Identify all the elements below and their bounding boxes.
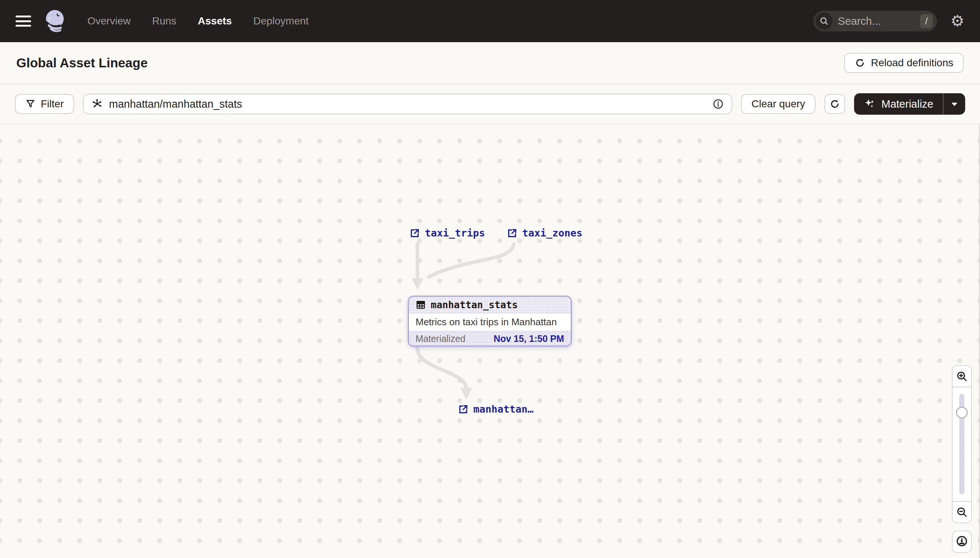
page-header: Global Asset Lineage Reload definitions (0, 42, 980, 84)
materialization-timestamp[interactable]: Nov 15, 1:50 PM (494, 333, 564, 344)
download-circle-icon (955, 535, 968, 548)
materialize-dropdown-button[interactable] (944, 93, 965, 115)
filter-button[interactable]: Filter (15, 94, 74, 114)
search-input[interactable] (838, 15, 920, 27)
nav-item-assets[interactable]: Assets (198, 15, 232, 27)
reload-definitions-label: Reload definitions (871, 57, 953, 69)
clear-query-button[interactable]: Clear query (741, 94, 815, 114)
asset-node-taxi-trips[interactable]: taxi_trips (409, 227, 485, 239)
asset-card-footer: Materialized Nov 15, 1:50 PM (409, 331, 571, 346)
lineage-canvas[interactable]: taxi_trips taxi_zones manhattan_stats Me… (0, 125, 980, 558)
nav-item-runs[interactable]: Runs (152, 15, 176, 27)
asset-card-description: Metrics on taxi trips in Manhattan (409, 313, 571, 331)
external-link-icon (409, 228, 420, 239)
filter-label: Filter (41, 98, 64, 110)
zoom-slider-thumb[interactable] (956, 407, 968, 419)
refresh-icon (829, 98, 840, 110)
page-title: Global Asset Lineage (16, 56, 148, 70)
filter-funnel-icon (25, 99, 36, 109)
op-selector-icon (91, 98, 103, 110)
reload-definitions-button[interactable]: Reload definitions (844, 53, 964, 73)
zoom-slider[interactable] (953, 387, 971, 501)
materialize-button[interactable]: Materialize (854, 93, 943, 115)
lineage-toolbar: Filter Clear query (0, 84, 980, 124)
asset-node-label: taxi_zones (522, 227, 583, 239)
caret-down-icon (950, 100, 959, 108)
sparkles-icon (864, 98, 876, 110)
table-icon (415, 300, 426, 310)
external-link-icon (458, 404, 469, 415)
zoom-in-icon (956, 370, 968, 382)
zoom-in-button[interactable] (953, 366, 971, 387)
dagster-logo-icon[interactable] (44, 9, 67, 33)
topbar: Overview Runs Assets Deployment / ⚙ (0, 0, 980, 42)
asset-card-header: manhattan_stats (409, 297, 571, 313)
materialize-split-button: Materialize (854, 93, 965, 115)
asset-selection-input[interactable] (109, 98, 706, 110)
asset-node-label: taxi_trips (425, 227, 485, 239)
info-icon[interactable] (712, 98, 724, 110)
primary-nav: Overview Runs Assets Deployment (87, 15, 308, 27)
external-link-icon (507, 228, 518, 239)
asset-node-label: manhattan… (473, 403, 534, 415)
zoom-out-button[interactable] (953, 501, 971, 522)
zoom-controls (952, 365, 972, 523)
materialize-label: Materialize (881, 98, 933, 110)
clear-query-label: Clear query (751, 98, 805, 110)
zoom-out-icon (956, 506, 968, 518)
download-view-button[interactable] (952, 531, 972, 553)
gear-icon[interactable]: ⚙ (950, 13, 964, 29)
global-search[interactable]: / (813, 11, 937, 31)
hamburger-menu-icon[interactable] (16, 16, 31, 27)
asset-selection-input-box[interactable] (83, 94, 732, 114)
asset-node-taxi-zones[interactable]: taxi_zones (507, 227, 583, 239)
asset-card-title: manhattan_stats (431, 299, 518, 310)
reload-icon (855, 57, 866, 69)
nav-item-overview[interactable]: Overview (87, 15, 131, 27)
search-icon (815, 13, 833, 30)
search-shortcut-badge: / (920, 14, 932, 28)
asset-card-manhattan-stats[interactable]: manhattan_stats Metrics on taxi trips in… (408, 295, 572, 347)
materialization-status-label: Materialized (415, 333, 466, 344)
refresh-button[interactable] (824, 94, 845, 114)
asset-node-manhattan-map[interactable]: manhattan… (458, 403, 534, 415)
nav-item-deployment[interactable]: Deployment (253, 15, 308, 27)
